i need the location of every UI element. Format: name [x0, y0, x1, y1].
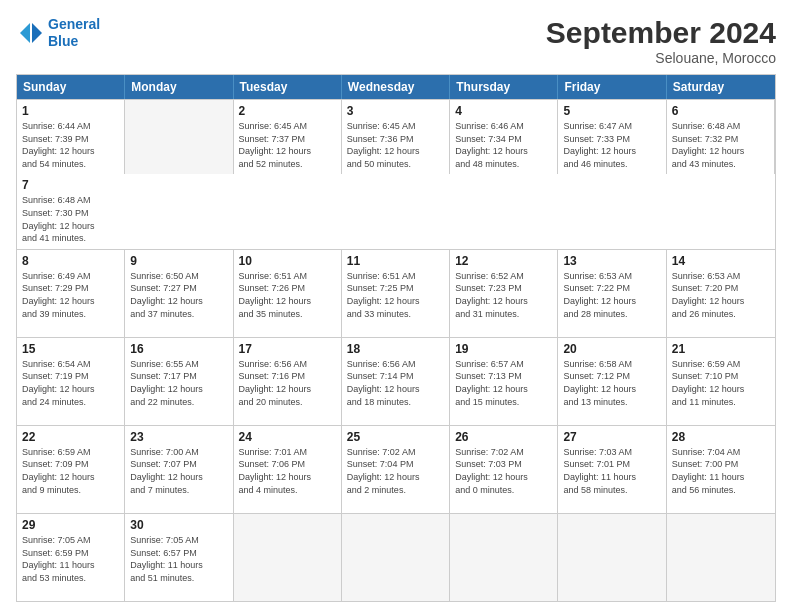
- day-number: 23: [130, 430, 227, 444]
- calendar-body: 1Sunrise: 6:44 AM Sunset: 7:39 PM Daylig…: [17, 99, 775, 601]
- cell-info: Sunrise: 6:44 AM Sunset: 7:39 PM Dayligh…: [22, 120, 119, 170]
- cell-info: Sunrise: 6:51 AM Sunset: 7:25 PM Dayligh…: [347, 270, 444, 320]
- cell-info: Sunrise: 6:58 AM Sunset: 7:12 PM Dayligh…: [563, 358, 660, 408]
- day-number: 8: [22, 254, 119, 268]
- calendar-cell: 11Sunrise: 6:51 AM Sunset: 7:25 PM Dayli…: [342, 250, 450, 337]
- calendar-cell: [558, 514, 666, 601]
- logo-icon: [16, 19, 44, 47]
- calendar-cell: 10Sunrise: 6:51 AM Sunset: 7:26 PM Dayli…: [234, 250, 342, 337]
- calendar-cell: 3Sunrise: 6:45 AM Sunset: 7:36 PM Daylig…: [342, 100, 450, 174]
- calendar-cell: 21Sunrise: 6:59 AM Sunset: 7:10 PM Dayli…: [667, 338, 775, 425]
- cell-info: Sunrise: 6:53 AM Sunset: 7:20 PM Dayligh…: [672, 270, 770, 320]
- calendar-cell: 6Sunrise: 6:48 AM Sunset: 7:32 PM Daylig…: [667, 100, 775, 174]
- header-sunday: Sunday: [17, 75, 125, 99]
- calendar-row-0: 1Sunrise: 6:44 AM Sunset: 7:39 PM Daylig…: [17, 99, 775, 249]
- cell-info: Sunrise: 6:57 AM Sunset: 7:13 PM Dayligh…: [455, 358, 552, 408]
- cell-info: Sunrise: 7:02 AM Sunset: 7:03 PM Dayligh…: [455, 446, 552, 496]
- calendar-row-1: 8Sunrise: 6:49 AM Sunset: 7:29 PM Daylig…: [17, 249, 775, 337]
- logo: General Blue: [16, 16, 100, 50]
- calendar-cell: 7Sunrise: 6:48 AM Sunset: 7:30 PM Daylig…: [17, 174, 125, 248]
- cell-info: Sunrise: 7:00 AM Sunset: 7:07 PM Dayligh…: [130, 446, 227, 496]
- cell-info: Sunrise: 6:51 AM Sunset: 7:26 PM Dayligh…: [239, 270, 336, 320]
- calendar-header-row: Sunday Monday Tuesday Wednesday Thursday…: [17, 75, 775, 99]
- calendar-row-3: 22Sunrise: 6:59 AM Sunset: 7:09 PM Dayli…: [17, 425, 775, 513]
- day-number: 17: [239, 342, 336, 356]
- svg-marker-0: [32, 23, 42, 43]
- cell-info: Sunrise: 6:49 AM Sunset: 7:29 PM Dayligh…: [22, 270, 119, 320]
- cell-info: Sunrise: 6:52 AM Sunset: 7:23 PM Dayligh…: [455, 270, 552, 320]
- day-number: 28: [672, 430, 770, 444]
- calendar-cell-1: 1Sunrise: 6:44 AM Sunset: 7:39 PM Daylig…: [17, 100, 125, 174]
- day-number: 29: [22, 518, 119, 532]
- day-number: 18: [347, 342, 444, 356]
- calendar-row-2: 15Sunrise: 6:54 AM Sunset: 7:19 PM Dayli…: [17, 337, 775, 425]
- day-number: 14: [672, 254, 770, 268]
- calendar-cell: 25Sunrise: 7:02 AM Sunset: 7:04 PM Dayli…: [342, 426, 450, 513]
- cell-info: Sunrise: 6:56 AM Sunset: 7:14 PM Dayligh…: [347, 358, 444, 408]
- calendar-cell: 23Sunrise: 7:00 AM Sunset: 7:07 PM Dayli…: [125, 426, 233, 513]
- calendar-cell: 27Sunrise: 7:03 AM Sunset: 7:01 PM Dayli…: [558, 426, 666, 513]
- day-number: 21: [672, 342, 770, 356]
- calendar-cell: 9Sunrise: 6:50 AM Sunset: 7:27 PM Daylig…: [125, 250, 233, 337]
- header-wednesday: Wednesday: [342, 75, 450, 99]
- calendar-cell: 28Sunrise: 7:04 AM Sunset: 7:00 PM Dayli…: [667, 426, 775, 513]
- day-number: 20: [563, 342, 660, 356]
- calendar-cell: 19Sunrise: 6:57 AM Sunset: 7:13 PM Dayli…: [450, 338, 558, 425]
- cell-info: Sunrise: 7:05 AM Sunset: 6:59 PM Dayligh…: [22, 534, 119, 584]
- day-number: 3: [347, 104, 444, 118]
- cell-info: Sunrise: 6:48 AM Sunset: 7:30 PM Dayligh…: [22, 194, 120, 244]
- calendar-cell: 12Sunrise: 6:52 AM Sunset: 7:23 PM Dayli…: [450, 250, 558, 337]
- day-number: 22: [22, 430, 119, 444]
- calendar-cell: 18Sunrise: 6:56 AM Sunset: 7:14 PM Dayli…: [342, 338, 450, 425]
- calendar-row-4: 29Sunrise: 7:05 AM Sunset: 6:59 PM Dayli…: [17, 513, 775, 601]
- day-number: 13: [563, 254, 660, 268]
- location-subtitle: Selouane, Morocco: [546, 50, 776, 66]
- cell-info: Sunrise: 6:46 AM Sunset: 7:34 PM Dayligh…: [455, 120, 552, 170]
- title-block: September 2024 Selouane, Morocco: [546, 16, 776, 66]
- cell-info: Sunrise: 7:05 AM Sunset: 6:57 PM Dayligh…: [130, 534, 227, 584]
- day-number: 1: [22, 104, 119, 118]
- header-monday: Monday: [125, 75, 233, 99]
- cell-info: Sunrise: 6:50 AM Sunset: 7:27 PM Dayligh…: [130, 270, 227, 320]
- cell-info: Sunrise: 6:47 AM Sunset: 7:33 PM Dayligh…: [563, 120, 660, 170]
- calendar-cell: [342, 514, 450, 601]
- cell-info: Sunrise: 6:56 AM Sunset: 7:16 PM Dayligh…: [239, 358, 336, 408]
- header-saturday: Saturday: [667, 75, 775, 99]
- calendar-cell: 30Sunrise: 7:05 AM Sunset: 6:57 PM Dayli…: [125, 514, 233, 601]
- calendar-cell: 17Sunrise: 6:56 AM Sunset: 7:16 PM Dayli…: [234, 338, 342, 425]
- day-number: 25: [347, 430, 444, 444]
- header-tuesday: Tuesday: [234, 75, 342, 99]
- day-number: 9: [130, 254, 227, 268]
- cell-info: Sunrise: 6:59 AM Sunset: 7:09 PM Dayligh…: [22, 446, 119, 496]
- day-number: 12: [455, 254, 552, 268]
- calendar-cell: 20Sunrise: 6:58 AM Sunset: 7:12 PM Dayli…: [558, 338, 666, 425]
- cell-info: Sunrise: 6:48 AM Sunset: 7:32 PM Dayligh…: [672, 120, 769, 170]
- day-number: 2: [239, 104, 336, 118]
- calendar-cell: 4Sunrise: 6:46 AM Sunset: 7:34 PM Daylig…: [450, 100, 558, 174]
- logo-text: General Blue: [48, 16, 100, 50]
- day-number: 4: [455, 104, 552, 118]
- page: General Blue September 2024 Selouane, Mo…: [0, 0, 792, 612]
- cell-info: Sunrise: 7:03 AM Sunset: 7:01 PM Dayligh…: [563, 446, 660, 496]
- header-thursday: Thursday: [450, 75, 558, 99]
- cell-info: Sunrise: 7:02 AM Sunset: 7:04 PM Dayligh…: [347, 446, 444, 496]
- day-number: 10: [239, 254, 336, 268]
- calendar-cell: [667, 514, 775, 601]
- calendar-cell: 26Sunrise: 7:02 AM Sunset: 7:03 PM Dayli…: [450, 426, 558, 513]
- day-number: 26: [455, 430, 552, 444]
- calendar-cell: 14Sunrise: 6:53 AM Sunset: 7:20 PM Dayli…: [667, 250, 775, 337]
- cell-info: Sunrise: 6:59 AM Sunset: 7:10 PM Dayligh…: [672, 358, 770, 408]
- day-number: 15: [22, 342, 119, 356]
- cell-info: Sunrise: 6:54 AM Sunset: 7:19 PM Dayligh…: [22, 358, 119, 408]
- day-number: 11: [347, 254, 444, 268]
- cell-info: Sunrise: 7:01 AM Sunset: 7:06 PM Dayligh…: [239, 446, 336, 496]
- calendar-cell: 24Sunrise: 7:01 AM Sunset: 7:06 PM Dayli…: [234, 426, 342, 513]
- calendar-cell: 29Sunrise: 7:05 AM Sunset: 6:59 PM Dayli…: [17, 514, 125, 601]
- cell-info: Sunrise: 6:55 AM Sunset: 7:17 PM Dayligh…: [130, 358, 227, 408]
- header-friday: Friday: [558, 75, 666, 99]
- calendar-cell: 22Sunrise: 6:59 AM Sunset: 7:09 PM Dayli…: [17, 426, 125, 513]
- cell-info: Sunrise: 6:45 AM Sunset: 7:36 PM Dayligh…: [347, 120, 444, 170]
- calendar-cell: 13Sunrise: 6:53 AM Sunset: 7:22 PM Dayli…: [558, 250, 666, 337]
- svg-marker-1: [20, 23, 30, 43]
- day-number: 24: [239, 430, 336, 444]
